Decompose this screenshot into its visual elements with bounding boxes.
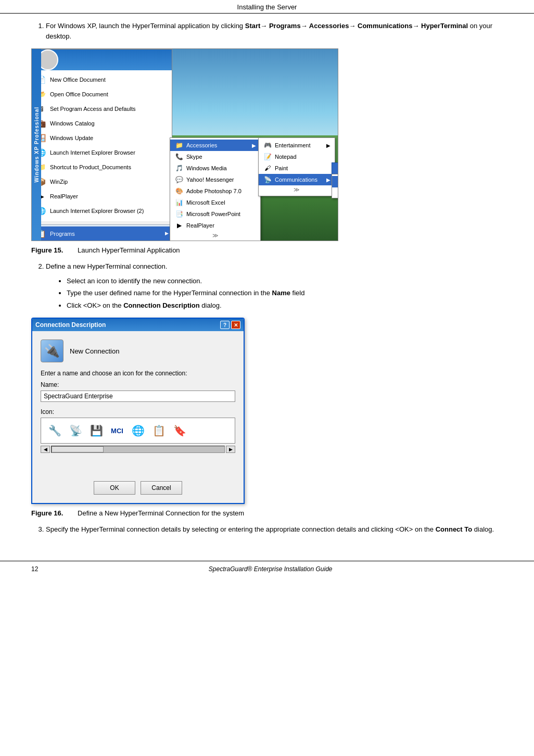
icon-option-3[interactable]: 💾	[87, 421, 106, 440]
menu-item-win-update[interactable]: 🪟 Windows Update	[32, 131, 172, 145]
figure-16-caption: Figure 16. Define a New HyperTerminal Co…	[31, 509, 503, 517]
page-footer: 12 SpectraGuard® Enterprise Installation…	[0, 561, 534, 577]
dialog-title: Connection Description	[35, 321, 106, 329]
menu-item-winzip[interactable]: 📦 WinZip	[32, 174, 172, 189]
figure-16-container: Connection Description ? ✕ 🔌 New Connect…	[31, 318, 503, 504]
menu-item-open-office[interactable]: 📂 Open Office Document	[32, 87, 172, 102]
dialog-icon-row: 🔌 New Connection	[41, 339, 235, 362]
programs-skype[interactable]: 📞 Skype	[170, 151, 260, 162]
icon-option-2[interactable]: 📡	[66, 421, 85, 440]
accessories-communications[interactable]: 📡 Communications ▶	[259, 174, 335, 185]
programs-excel[interactable]: 📊 Microsoft Excel	[170, 197, 260, 208]
icon-option-5[interactable]: 🌐	[129, 421, 147, 440]
notepad-icon: 📝	[263, 152, 272, 161]
icon-option-6[interactable]: 📋	[149, 421, 168, 440]
excel-icon: 📊	[174, 198, 184, 207]
bullet-2: Type the user defined name for the Hyper…	[67, 288, 503, 298]
help-button[interactable]: ?	[220, 321, 230, 329]
ht-more: ≫	[332, 187, 338, 196]
name-input[interactable]	[41, 390, 235, 402]
comm-hyperterminal-2[interactable]: 💻 HyperTerminal	[332, 176, 338, 187]
icon-label: Icon:	[41, 408, 235, 415]
programs-windows-media[interactable]: 🎵 Windows Media	[170, 162, 260, 174]
dialog-buttons: OK Cancel	[41, 481, 235, 495]
icon-option-4[interactable]: MCI	[108, 421, 126, 440]
accessories-paint[interactable]: 🖌 Paint	[259, 162, 335, 174]
app-icon: 🔌	[41, 339, 63, 362]
dialog-titlebar: Connection Description ? ✕	[32, 319, 244, 331]
menu-item-ie-browser-2[interactable]: 🌐 Launch Internet Explorer Browser (2)	[32, 204, 172, 218]
step-3: Specify the HyperTerminal connection det…	[46, 524, 503, 535]
connection-description-dialog: Connection Description ? ✕ 🔌 New Connect…	[31, 318, 245, 504]
paint-icon: 🖌	[263, 163, 272, 173]
step-1: For Windows XP, launch the HyperTerminal…	[46, 21, 503, 41]
realplayer2-icon: ▶	[174, 221, 184, 230]
menu-item-set-program[interactable]: 🖥 Set Program Access and Defaults	[32, 102, 172, 116]
scroll-thumb[interactable]	[52, 446, 104, 452]
name-label: Name:	[41, 381, 235, 388]
yahoo-icon: 💬	[174, 175, 184, 184]
start-menu: 📄 New Office Document 📂 Open Office Docu…	[32, 49, 172, 241]
bullet-3: Click <OK> on the Connection Description…	[67, 300, 503, 311]
header-title: Installing the Server	[237, 3, 297, 11]
icon-picker: 🔧 📡 💾 MCI 🌐 📋 🔖	[41, 418, 235, 444]
icon-option-1[interactable]: 🔧	[45, 421, 64, 440]
figure-15-container: 📄 New Office Document 📂 Open Office Docu…	[31, 48, 503, 241]
programs-more: ≫	[170, 231, 260, 240]
menu-item-new-office[interactable]: 📄 New Office Document	[32, 72, 172, 87]
programs-realplayer[interactable]: ▶ RealPlayer	[170, 220, 260, 231]
skype-icon: 📞	[174, 152, 184, 161]
scroll-track[interactable]	[51, 446, 225, 453]
scroll-left-btn[interactable]: ◀	[41, 446, 50, 453]
entertainment-icon: 🎮	[263, 141, 272, 150]
scroll-right-btn[interactable]: ▶	[226, 446, 235, 453]
winxp-label: Windows XP Professional	[34, 107, 40, 183]
close-button[interactable]: ✕	[231, 321, 240, 329]
icon-scrollbar: ◀ ▶	[41, 446, 235, 453]
programs-accessories[interactable]: 📁 Accessories ▶	[170, 140, 260, 151]
ok-button[interactable]: OK	[94, 481, 135, 495]
bullet-1: Select an icon to identify the new conne…	[67, 276, 503, 286]
icon-option-7[interactable]: 🔖	[170, 421, 189, 440]
accessories-notepad[interactable]: 📝 Notepad	[259, 151, 335, 162]
menu-item-ie-browser[interactable]: 🌐 Launch Internet Explorer Browser	[32, 145, 172, 160]
page-header: Installing the Server	[0, 0, 534, 14]
programs-photoshop[interactable]: 🎨 Adobe Photoshop 7.0	[170, 185, 260, 197]
accessories-icon: 📁	[174, 141, 184, 150]
step-2: Define a new HyperTerminal connection. S…	[46, 261, 503, 310]
powerpoint-icon: 📑	[174, 209, 184, 219]
windows-media-icon: 🎵	[174, 163, 184, 173]
menu-item-programs[interactable]: 📋 Programs ▶	[32, 226, 172, 241]
menu-item-realplayer[interactable]: ▶ RealPlayer	[32, 189, 172, 204]
cancel-button[interactable]: Cancel	[141, 481, 182, 495]
dialog-prompt: Enter a name and choose an icon for the …	[41, 370, 235, 377]
app-name: New Connection	[70, 347, 119, 355]
winxp-screenshot: 📄 New Office Document 📂 Open Office Docu…	[31, 48, 338, 241]
hyper-icon-2: 💻	[336, 177, 338, 186]
titlebar-controls: ? ✕	[220, 321, 240, 329]
page-number: 12	[31, 565, 38, 573]
figure-15-caption: Figure 15. Launch HyperTerminal Applicat…	[31, 246, 503, 254]
menu-item-shortcut[interactable]: 📁 Shortcut to Product_Documents	[32, 160, 172, 174]
programs-powerpoint[interactable]: 📑 Microsoft PowerPoint	[170, 208, 260, 220]
footer-center-text: SpectraGuard® Enterprise Installation Gu…	[38, 565, 503, 573]
comm-icon: 📡	[263, 175, 272, 184]
accessories-more: ≫	[259, 185, 335, 194]
photoshop-icon: 🎨	[174, 186, 184, 196]
accessories-entertainment[interactable]: 🎮 Entertainment ▶	[259, 140, 335, 151]
menu-item-win-catalog[interactable]: 💼 Windows Catalog	[32, 116, 172, 131]
programs-yahoo[interactable]: 💬 Yahoo! Messenger	[170, 174, 260, 185]
